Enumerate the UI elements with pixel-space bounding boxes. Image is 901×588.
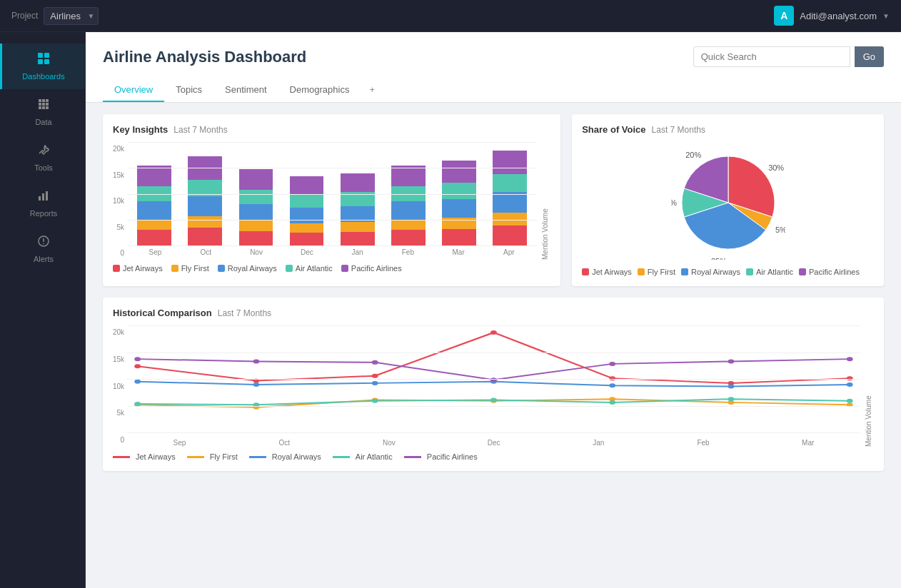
bar-group [435,142,483,245]
bar-segment [137,230,171,245]
line-dot [253,379,260,383]
line-x-label: Jan [546,439,651,447]
tab-sentiment[interactable]: Sentiment [213,78,278,102]
line-dot [372,374,378,378]
legend-label: Royal Airways [228,264,277,273]
line-series [138,333,850,383]
bar-segment [239,204,273,220]
user-menu[interactable]: A Aditi@analyst.com ▼ [774,6,890,26]
line-dot [847,382,853,387]
bar-x-label: Apr [483,248,534,256]
bar-x-label: Nov [231,248,282,256]
svg-rect-7 [39,103,41,106]
bar-segment [493,213,527,225]
sidebar-item-alerts[interactable]: Alerts [0,226,85,272]
share-of-voice-card: Share of Voice Last 7 Months 30%5%35%10%… [572,114,884,286]
avatar: A [774,6,794,26]
legend-label: Pacific Airlines [351,264,402,273]
line-dot [253,402,260,407]
sidebar-item-dashboards[interactable]: Dashboards [0,44,85,89]
legend-color [746,268,753,275]
search-input[interactable] [693,46,850,67]
sidebar-item-tools[interactable]: Tools [0,135,85,181]
line-dot [372,399,378,403]
legend-label: Pacific Airlines [809,268,860,276]
legend-color [218,265,225,272]
bar-segment [188,180,222,196]
tab-topics[interactable]: Topics [164,78,213,102]
legend-label: Fly First [181,264,209,273]
line-dot [490,398,497,402]
pie-label: 10% [671,198,677,207]
legend-color [582,268,589,275]
legend-label: Air Atlantic [296,264,333,273]
tab-add[interactable]: + [361,78,383,102]
bar-segment [442,183,476,199]
bar-group [384,142,433,245]
search-button[interactable]: Go [855,46,884,67]
historical-card: Historical Comparison Last 7 Months 20k … [103,298,884,471]
pie-label: 5% [775,225,785,234]
bar-segment [290,223,324,233]
project-selector[interactable]: Airlines ▼ [44,7,99,25]
pie-label: 35% [711,257,727,260]
bar-segment [137,186,171,202]
bar-group [181,142,229,245]
bar-segment [188,228,222,245]
bar-x-label: Jan [332,248,383,256]
project-select[interactable]: Airlines [44,7,99,25]
share-of-voice-subtitle: Last 7 Months [652,125,705,135]
svg-rect-15 [46,191,48,201]
data-icon [37,98,50,113]
legend-item: Royal Airways [681,268,740,276]
svg-rect-9 [46,103,49,106]
legend-label: Jet Airways [136,452,176,461]
line-dot [728,360,735,364]
line-x-label: Mar [755,439,860,447]
bar-segment [239,231,273,245]
legend-item: Fly First [187,452,238,461]
bar-segment [391,166,426,186]
line-dot [490,330,497,335]
legend-label: Pacific Airlines [427,452,478,461]
legend-color [113,265,120,272]
line-dot [134,364,141,368]
bar-x-label: Mar [433,248,484,256]
tab-overview[interactable]: Overview [103,78,164,102]
svg-rect-0 [38,53,43,58]
line-dot [609,383,615,387]
key-insights-card: Key Insights Last 7 Months 20k 15k 10k 5… [103,114,560,286]
bar-group [283,142,331,245]
sidebar-item-reports[interactable]: Reports [0,181,85,226]
legend-label: Jet Airways [592,268,632,276]
bar-group [130,142,178,245]
alerts-icon [37,235,50,250]
legend-item: Air Atlantic [333,452,393,461]
bar-segment [290,233,324,245]
reports-icon [37,189,50,205]
legend-item: Fly First [171,264,209,273]
bar-segment [239,169,273,190]
legend-color [286,265,293,272]
svg-rect-12 [46,106,49,109]
legend-label: Air Atlantic [356,452,393,461]
legend-line [187,456,204,458]
bar-segment [391,220,426,230]
bar-segment [391,201,426,219]
bar-segment [239,220,273,231]
bar-x-label: Sep [130,248,181,256]
legend-item: Pacific Airlines [404,452,478,461]
svg-rect-8 [42,103,45,106]
dashboard-header: Airline Analysis Dashboard Go Overview T… [86,32,901,103]
legend-color [799,268,806,275]
line-dot [134,357,141,361]
line-dot [134,380,141,384]
legend-item: Jet Airways [582,268,632,276]
sidebar-item-data[interactable]: Data [0,89,85,135]
bar-segment [442,229,476,245]
topbar: Project Airlines ▼ A Aditi@analyst.com ▼ [0,0,901,32]
share-of-voice-title: Share of Voice [582,124,645,135]
tab-demographics[interactable]: Demographics [278,78,361,102]
bar-segment [290,208,324,223]
svg-rect-5 [42,99,45,102]
